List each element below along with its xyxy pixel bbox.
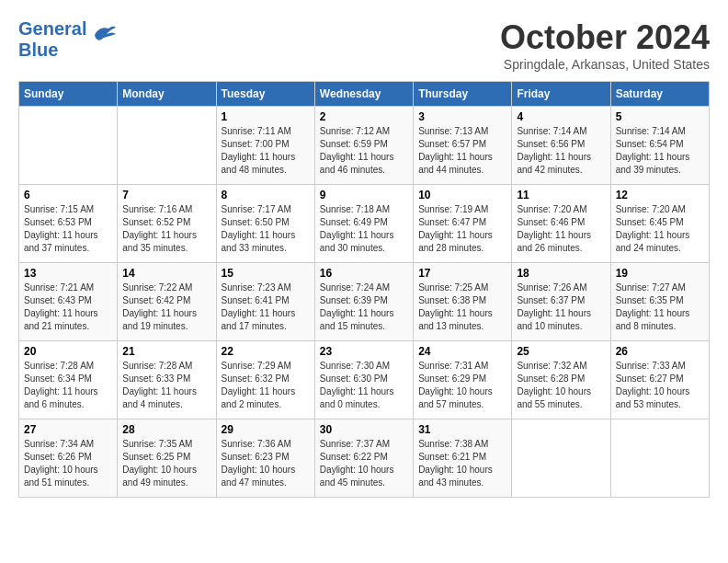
day-number: 18 bbox=[517, 267, 605, 280]
day-info: Sunrise: 7:34 AM Sunset: 6:26 PM Dayligh… bbox=[24, 438, 112, 489]
calendar-cell: 9Sunrise: 7:18 AM Sunset: 6:49 PM Daylig… bbox=[314, 185, 413, 263]
day-number: 3 bbox=[418, 110, 506, 123]
day-info: Sunrise: 7:11 AM Sunset: 7:00 PM Dayligh… bbox=[222, 125, 310, 177]
calendar-cell: 29Sunrise: 7:36 AM Sunset: 6:23 PM Dayli… bbox=[216, 419, 314, 498]
weekday-header-sunday: Sunday bbox=[19, 82, 118, 107]
calendar-cell: 12Sunrise: 7:20 AM Sunset: 6:45 PM Dayli… bbox=[610, 185, 709, 263]
day-number: 21 bbox=[122, 345, 210, 358]
page-header: GeneralBlue October 2024 Springdale, Ark… bbox=[18, 18, 710, 72]
calendar-cell: 11Sunrise: 7:20 AM Sunset: 6:46 PM Dayli… bbox=[512, 185, 610, 263]
calendar-cell bbox=[610, 419, 709, 498]
day-info: Sunrise: 7:14 AM Sunset: 6:56 PM Dayligh… bbox=[517, 125, 605, 177]
day-info: Sunrise: 7:29 AM Sunset: 6:32 PM Dayligh… bbox=[222, 360, 310, 411]
location-subtitle: Springdale, Arkansas, United States bbox=[500, 57, 710, 72]
day-info: Sunrise: 7:35 AM Sunset: 6:25 PM Dayligh… bbox=[122, 438, 210, 489]
calendar-cell: 24Sunrise: 7:31 AM Sunset: 6:29 PM Dayli… bbox=[414, 341, 512, 419]
calendar-cell: 18Sunrise: 7:26 AM Sunset: 6:37 PM Dayli… bbox=[512, 263, 610, 341]
calendar-week-row: 13Sunrise: 7:21 AM Sunset: 6:43 PM Dayli… bbox=[19, 263, 710, 341]
weekday-header-wednesday: Wednesday bbox=[314, 82, 413, 107]
calendar-cell: 23Sunrise: 7:30 AM Sunset: 6:30 PM Dayli… bbox=[314, 341, 413, 419]
calendar-cell bbox=[118, 107, 216, 185]
day-info: Sunrise: 7:28 AM Sunset: 6:33 PM Dayligh… bbox=[122, 360, 210, 411]
calendar-cell: 8Sunrise: 7:17 AM Sunset: 6:50 PM Daylig… bbox=[216, 185, 314, 263]
calendar-cell: 20Sunrise: 7:28 AM Sunset: 6:34 PM Dayli… bbox=[19, 341, 118, 419]
weekday-header-friday: Friday bbox=[512, 82, 610, 107]
day-number: 4 bbox=[517, 110, 605, 123]
calendar-cell: 21Sunrise: 7:28 AM Sunset: 6:33 PM Dayli… bbox=[118, 341, 216, 419]
day-number: 12 bbox=[616, 189, 704, 201]
calendar-cell: 28Sunrise: 7:35 AM Sunset: 6:25 PM Dayli… bbox=[118, 419, 216, 498]
day-info: Sunrise: 7:33 AM Sunset: 6:27 PM Dayligh… bbox=[616, 360, 704, 411]
day-number: 1 bbox=[222, 110, 310, 123]
calendar-cell: 14Sunrise: 7:22 AM Sunset: 6:42 PM Dayli… bbox=[118, 263, 216, 341]
day-number: 2 bbox=[320, 110, 408, 123]
day-number: 9 bbox=[320, 189, 408, 201]
day-info: Sunrise: 7:24 AM Sunset: 6:39 PM Dayligh… bbox=[320, 282, 408, 333]
month-title: October 2024 bbox=[500, 18, 710, 57]
title-block: October 2024 Springdale, Arkansas, Unite… bbox=[500, 18, 710, 72]
calendar-cell: 22Sunrise: 7:29 AM Sunset: 6:32 PM Dayli… bbox=[216, 341, 314, 419]
calendar-cell: 27Sunrise: 7:34 AM Sunset: 6:26 PM Dayli… bbox=[19, 419, 118, 498]
weekday-header-thursday: Thursday bbox=[414, 82, 512, 107]
calendar-cell: 2Sunrise: 7:12 AM Sunset: 6:59 PM Daylig… bbox=[314, 107, 413, 185]
calendar-cell: 4Sunrise: 7:14 AM Sunset: 6:56 PM Daylig… bbox=[512, 107, 610, 185]
day-number: 10 bbox=[418, 189, 506, 201]
calendar-cell bbox=[19, 107, 118, 185]
day-info: Sunrise: 7:32 AM Sunset: 6:28 PM Dayligh… bbox=[517, 360, 605, 411]
day-number: 30 bbox=[320, 423, 408, 436]
day-info: Sunrise: 7:12 AM Sunset: 6:59 PM Dayligh… bbox=[320, 125, 408, 177]
weekday-header-row: SundayMondayTuesdayWednesdayThursdayFrid… bbox=[19, 82, 710, 107]
calendar-cell: 25Sunrise: 7:32 AM Sunset: 6:28 PM Dayli… bbox=[512, 341, 610, 419]
calendar-cell: 1Sunrise: 7:11 AM Sunset: 7:00 PM Daylig… bbox=[216, 107, 314, 185]
day-number: 27 bbox=[24, 423, 112, 436]
weekday-header-tuesday: Tuesday bbox=[216, 82, 314, 107]
calendar-cell: 16Sunrise: 7:24 AM Sunset: 6:39 PM Dayli… bbox=[314, 263, 413, 341]
day-number: 25 bbox=[517, 345, 605, 358]
calendar-week-row: 20Sunrise: 7:28 AM Sunset: 6:34 PM Dayli… bbox=[19, 341, 710, 419]
weekday-header-saturday: Saturday bbox=[610, 82, 709, 107]
day-info: Sunrise: 7:16 AM Sunset: 6:52 PM Dayligh… bbox=[122, 203, 210, 255]
day-number: 7 bbox=[122, 189, 210, 201]
day-number: 26 bbox=[616, 345, 704, 358]
day-number: 11 bbox=[517, 189, 605, 201]
day-info: Sunrise: 7:21 AM Sunset: 6:43 PM Dayligh… bbox=[24, 282, 112, 333]
weekday-header-monday: Monday bbox=[118, 82, 216, 107]
day-info: Sunrise: 7:27 AM Sunset: 6:35 PM Dayligh… bbox=[616, 282, 704, 333]
calendar-cell: 31Sunrise: 7:38 AM Sunset: 6:21 PM Dayli… bbox=[414, 419, 512, 498]
calendar-cell bbox=[512, 419, 610, 498]
day-info: Sunrise: 7:14 AM Sunset: 6:54 PM Dayligh… bbox=[616, 125, 704, 177]
day-number: 31 bbox=[418, 423, 506, 436]
day-number: 17 bbox=[418, 267, 506, 280]
day-info: Sunrise: 7:19 AM Sunset: 6:47 PM Dayligh… bbox=[418, 203, 506, 255]
logo: GeneralBlue bbox=[18, 18, 118, 61]
calendar-cell: 30Sunrise: 7:37 AM Sunset: 6:22 PM Dayli… bbox=[314, 419, 413, 498]
day-number: 8 bbox=[222, 189, 310, 201]
day-info: Sunrise: 7:31 AM Sunset: 6:29 PM Dayligh… bbox=[418, 360, 506, 411]
day-number: 15 bbox=[222, 267, 310, 280]
calendar-cell: 6Sunrise: 7:15 AM Sunset: 6:53 PM Daylig… bbox=[19, 185, 118, 263]
day-number: 22 bbox=[222, 345, 310, 358]
calendar-cell: 15Sunrise: 7:23 AM Sunset: 6:41 PM Dayli… bbox=[216, 263, 314, 341]
calendar-week-row: 6Sunrise: 7:15 AM Sunset: 6:53 PM Daylig… bbox=[19, 185, 710, 263]
calendar-cell: 26Sunrise: 7:33 AM Sunset: 6:27 PM Dayli… bbox=[610, 341, 709, 419]
day-info: Sunrise: 7:18 AM Sunset: 6:49 PM Dayligh… bbox=[320, 203, 408, 255]
day-info: Sunrise: 7:37 AM Sunset: 6:22 PM Dayligh… bbox=[320, 438, 408, 489]
day-info: Sunrise: 7:26 AM Sunset: 6:37 PM Dayligh… bbox=[517, 282, 605, 333]
day-info: Sunrise: 7:22 AM Sunset: 6:42 PM Dayligh… bbox=[122, 282, 210, 333]
day-number: 14 bbox=[122, 267, 210, 280]
calendar-table: SundayMondayTuesdayWednesdayThursdayFrid… bbox=[18, 81, 710, 498]
day-number: 28 bbox=[122, 423, 210, 436]
logo-text: GeneralBlue bbox=[18, 18, 86, 61]
day-number: 6 bbox=[24, 189, 112, 201]
day-number: 16 bbox=[320, 267, 408, 280]
logo-bird-icon bbox=[90, 21, 118, 49]
day-number: 23 bbox=[320, 345, 408, 358]
day-info: Sunrise: 7:13 AM Sunset: 6:57 PM Dayligh… bbox=[418, 125, 506, 177]
day-number: 24 bbox=[418, 345, 506, 358]
day-number: 13 bbox=[24, 267, 112, 280]
calendar-cell: 19Sunrise: 7:27 AM Sunset: 6:35 PM Dayli… bbox=[610, 263, 709, 341]
day-info: Sunrise: 7:20 AM Sunset: 6:46 PM Dayligh… bbox=[517, 203, 605, 255]
calendar-cell: 3Sunrise: 7:13 AM Sunset: 6:57 PM Daylig… bbox=[414, 107, 512, 185]
day-number: 20 bbox=[24, 345, 112, 358]
day-info: Sunrise: 7:36 AM Sunset: 6:23 PM Dayligh… bbox=[222, 438, 310, 489]
